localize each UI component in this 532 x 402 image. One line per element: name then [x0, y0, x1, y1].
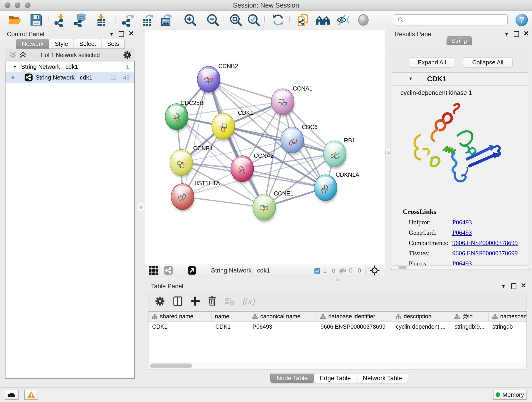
- open-session-button[interactable]: [7, 13, 23, 27]
- refresh-view-button[interactable]: [272, 13, 285, 27]
- close-panel-icon[interactable]: ×: [521, 282, 526, 288]
- table-cell[interactable]: stringdb: [489, 322, 526, 332]
- memory-button[interactable]: Memory: [493, 390, 526, 400]
- table-row[interactable]: CDK1CDK1P064939606.ENSP00000378699cyclin…: [148, 322, 526, 332]
- column-header-database-identifier[interactable]: database identifier: [317, 312, 392, 321]
- cloud-status-button[interactable]: [5, 390, 19, 400]
- scrollbar-thumb[interactable]: [398, 266, 407, 269]
- tab-sets[interactable]: Sets: [101, 39, 125, 49]
- left-splitter-handle[interactable]: [138, 203, 144, 211]
- tab-edge-table[interactable]: Edge Table: [314, 374, 357, 383]
- network-options-gear-icon[interactable]: [123, 51, 132, 59]
- crosslink-link[interactable]: P06493: [452, 219, 472, 229]
- export-table-button[interactable]: [140, 13, 154, 27]
- collapse-all-button[interactable]: Collapse All: [463, 57, 513, 67]
- network-collection-row[interactable]: ▼ String Network - cdk1 1: [6, 61, 134, 72]
- network-row-selected[interactable]: String Network - cdk1 11 48: [6, 72, 134, 83]
- node-CDC25B[interactable]: [165, 104, 189, 132]
- network-canvas[interactable]: CCNB2CCNA1CDC25BCDK1CDC6RB1CCNB1CCNA2CDK…: [145, 30, 385, 264]
- export-network-button[interactable]: [121, 13, 135, 27]
- table-cell[interactable]: P06493: [249, 322, 317, 332]
- node-CDC6[interactable]: [281, 127, 304, 155]
- zoom-selected-button[interactable]: [246, 13, 262, 27]
- tab-style[interactable]: Style: [49, 39, 74, 49]
- help-button[interactable]: ?: [515, 14, 528, 26]
- collapse-panel-icon[interactable]: ▼: [109, 31, 114, 37]
- warnings-button[interactable]: [24, 390, 38, 400]
- crosslink-link[interactable]: 9606.ENSP00000378699: [452, 239, 518, 249]
- float-panel-icon[interactable]: [514, 31, 519, 37]
- network-graph[interactable]: CCNB2CCNA1CDC25BCDK1CDC6RB1CCNB1CCNA2CDK…: [145, 30, 385, 264]
- string-network-view-button[interactable]: [164, 266, 173, 275]
- crosslink-link[interactable]: 9606.ENSP00000378699: [452, 249, 518, 260]
- zoom-out-button[interactable]: [205, 13, 220, 27]
- close-panel-icon[interactable]: ×: [129, 30, 134, 36]
- collapse-panel-icon[interactable]: ▼: [504, 31, 509, 37]
- edge-CCNB2-HIST1H1A[interactable]: [183, 79, 209, 197]
- add-column-icon[interactable]: [191, 297, 200, 306]
- column-header-shared-name[interactable]: shared name: [148, 312, 212, 321]
- table-cell[interactable]: stringdb:9...: [451, 322, 489, 332]
- tab-network-table[interactable]: Network Table: [357, 374, 408, 383]
- import-network-from-database-button[interactable]: [73, 13, 89, 27]
- selected-elements-indicator[interactable]: 1 - 0: [314, 267, 335, 274]
- column-header-name[interactable]: name: [212, 312, 249, 321]
- horizontal-splitter-handle[interactable]: [336, 278, 340, 281]
- open-in-window-button[interactable]: [188, 266, 196, 275]
- import-table-button[interactable]: [94, 13, 109, 27]
- crosslink-link[interactable]: P06493: [452, 229, 472, 239]
- search-input[interactable]: [406, 17, 504, 23]
- fit-content-button[interactable]: [370, 265, 380, 275]
- crosslinks-list: Uniprot:P06493GeneCard:P06493Compartment…: [409, 219, 523, 270]
- gene-expander-icon[interactable]: ▼: [408, 76, 413, 81]
- node-CCNA2[interactable]: [231, 156, 254, 184]
- network-grid-view-button[interactable]: [149, 266, 158, 275]
- table-options-gear-icon[interactable]: [155, 296, 165, 306]
- float-panel-icon[interactable]: [119, 31, 124, 37]
- search-box[interactable]: [394, 14, 508, 26]
- column-header-description[interactable]: description: [392, 312, 451, 321]
- node-CCNB2[interactable]: [197, 66, 221, 95]
- collapse-panel-icon[interactable]: ▼: [501, 283, 506, 289]
- node-CCNB1[interactable]: [170, 149, 193, 178]
- column-header-canonical-name[interactable]: canonical name: [249, 312, 317, 321]
- table-cell[interactable]: 9606.ENSP00000378699: [317, 322, 392, 332]
- edge-HIST1H1A-CCNE1[interactable]: [183, 197, 264, 207]
- node-CCNE1[interactable]: [253, 194, 276, 222]
- close-panel-icon[interactable]: ×: [524, 30, 529, 36]
- node-CDKN1A[interactable]: [314, 175, 337, 203]
- table-hscrollbar-thumb[interactable]: [150, 364, 192, 368]
- float-panel-icon[interactable]: [511, 283, 516, 289]
- column-header--id[interactable]: @id: [451, 312, 489, 321]
- tab-network[interactable]: Network: [16, 39, 49, 49]
- save-session-button[interactable]: [29, 13, 43, 27]
- expand-all-button[interactable]: Expand All: [409, 57, 455, 67]
- birds-eye-view-button[interactable]: [356, 13, 370, 27]
- tab-select[interactable]: Select: [74, 39, 101, 49]
- table-hscrollbar[interactable]: [148, 362, 527, 370]
- home-layout-button[interactable]: [314, 13, 331, 27]
- delete-column-icon[interactable]: [208, 296, 217, 306]
- tree-expander-icon[interactable]: ▼: [13, 64, 17, 69]
- hidden-elements-indicator[interactable]: 0 - 0: [339, 267, 361, 274]
- node-RB1[interactable]: [323, 141, 347, 169]
- hide-graphics-details-button[interactable]: [336, 13, 350, 27]
- tab-node-table[interactable]: Node Table: [270, 374, 314, 383]
- table-cell[interactable]: cyclin-dependent ...: [392, 322, 451, 332]
- annotation-button[interactable]: [297, 13, 310, 27]
- edge-CCNB2-CCNE1[interactable]: [209, 79, 264, 207]
- zoom-fit-button[interactable]: [228, 13, 243, 27]
- table-cell[interactable]: CDK1: [148, 322, 212, 332]
- export-image-button[interactable]: [159, 13, 172, 27]
- gene-box-scrollbar[interactable]: [393, 265, 527, 269]
- show-columns-icon[interactable]: [173, 296, 183, 306]
- tab-string[interactable]: String: [447, 36, 472, 45]
- node-CCNA1[interactable]: [271, 89, 295, 117]
- import-network-button[interactable]: [54, 13, 68, 27]
- zoom-in-button[interactable]: [182, 13, 198, 27]
- node-CDK1[interactable]: [212, 113, 235, 141]
- column-header-namespac[interactable]: namespac: [489, 312, 526, 321]
- table-cell[interactable]: CDK1: [212, 322, 249, 332]
- gene-header[interactable]: ▼ CDK1: [392, 73, 528, 86]
- node-HIST1H1A[interactable]: [171, 184, 195, 212]
